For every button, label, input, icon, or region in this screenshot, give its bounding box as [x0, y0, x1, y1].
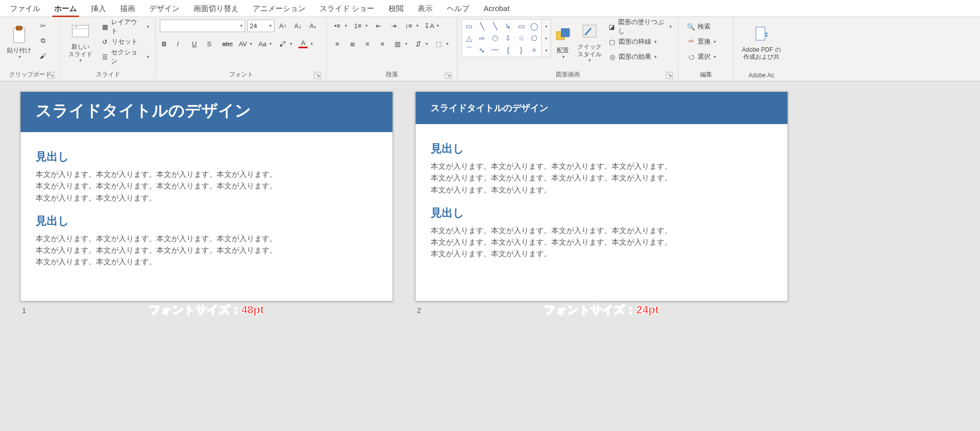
font-name-combo[interactable]: ▾ [160, 20, 245, 32]
clipboard-dialog-launcher[interactable]: ↘ [48, 72, 55, 79]
copy-button[interactable]: ⧉ [36, 34, 49, 47]
shape-hex[interactable]: ⬡ [489, 33, 501, 44]
underline-button[interactable]: U [190, 37, 203, 50]
tab-animations[interactable]: アニメーション [246, 0, 313, 17]
char-spacing-button[interactable]: AV▾ [237, 37, 254, 50]
shadow-button[interactable]: S [205, 37, 218, 50]
smartart-button[interactable]: ⬚▾ [432, 37, 451, 50]
tab-review[interactable]: 校閲 [381, 0, 411, 17]
outdent-icon: ⇤ [374, 21, 383, 30]
shape-more[interactable]: ✧ [528, 45, 540, 56]
shape-fill-button[interactable]: ◪ 図形の塗りつぶし ▾ [606, 20, 674, 33]
arrange-button[interactable]: 配置 ▾ [551, 19, 575, 65]
align-text-button[interactable]: ⇵▾ [412, 37, 430, 50]
reset-button[interactable]: ↺ リセット [99, 35, 151, 48]
shape-arrow[interactable]: ⇨ [476, 33, 488, 44]
reset-icon: ↺ [101, 37, 110, 46]
create-pdf-button[interactable]: Adobe PDF の 作成および共 [738, 19, 785, 65]
shape-arrow-down[interactable]: ⇩ [502, 33, 514, 44]
replace-icon: ᵃᵇ [687, 37, 696, 46]
shape-effects-button[interactable]: ◎ 図形の効果 ▾ [606, 50, 674, 63]
shape-brace-l[interactable]: { [502, 45, 514, 56]
indent-button[interactable]: ⇥ [387, 19, 400, 32]
align-left-button[interactable]: ≡ [331, 37, 344, 50]
text-direction-button[interactable]: ↧A▾ [423, 19, 441, 32]
section-button[interactable]: ☰ セクション ▾ [99, 50, 151, 63]
paste-button[interactable]: 貼り付け ▾ [4, 19, 34, 65]
outdent-button[interactable]: ⇤ [372, 19, 385, 32]
change-case-button[interactable]: Aa▾ [256, 37, 274, 50]
shape-textbox[interactable]: ▭ [463, 21, 475, 32]
shape-star[interactable]: ☆ [515, 33, 527, 44]
new-slide-button[interactable]: ＋ 新しい スライド ▾ [64, 19, 96, 65]
tab-insert[interactable]: 挿入 [84, 0, 113, 17]
chevron-down-icon: ▾ [654, 54, 657, 59]
clear-format-button[interactable]: Aₓ [307, 19, 320, 32]
tab-acrobat[interactable]: Acrobat [476, 0, 517, 17]
font-size-combo[interactable]: 24 ▾ [247, 20, 274, 32]
highlight-button[interactable]: 🖍▾ [276, 37, 295, 50]
font-dialog-launcher[interactable]: ↘ [314, 72, 321, 79]
shape-free[interactable]: 〰 [489, 45, 501, 56]
bold-button[interactable]: B [160, 37, 173, 50]
shape-oval[interactable]: ◯ [528, 21, 540, 32]
scissors-icon: ✂ [38, 21, 47, 30]
columns-button[interactable]: ▥▾ [391, 37, 410, 50]
shape-gallery-scroll[interactable]: ▴ ▾ ▾ [542, 19, 551, 57]
tab-help[interactable]: ヘルプ [440, 0, 476, 17]
shape-callout[interactable]: ⎔ [528, 33, 540, 44]
tab-file[interactable]: ファイル [3, 0, 47, 17]
gallery-more[interactable]: ▾ [542, 44, 550, 57]
slide-2-wrap: スライドタイトルのデザイン 見出し 本文が入ります。本文が入ります。本文が入りま… [415, 91, 788, 301]
slide-1[interactable]: スライドタイトルのデザイン 見出し 本文が入ります。本文が入ります。本文が入りま… [20, 91, 393, 301]
decrease-font-button[interactable]: A↓ [291, 19, 305, 32]
group-label-drawing: 図形描画 ↘ [461, 69, 674, 81]
slide-1-para-1: 本文が入ります。本文が入ります。本文が入ります。本文が入ります。 本文が入ります… [36, 168, 377, 203]
bullets-button[interactable]: •≡▾ [331, 19, 349, 32]
shape-line2[interactable]: ╲ [489, 21, 501, 32]
tab-design[interactable]: デザイン [142, 0, 186, 17]
tab-draw[interactable]: 描画 [113, 0, 142, 17]
shape-gallery[interactable]: ▭ ╲ ╲ ↳ ▭ ◯ △ ⇨ ⬡ ⇩ ☆ ⎔ ⌒ ∿ 〰 { } [461, 19, 542, 57]
slide-2[interactable]: スライドタイトルのデザイン 見出し 本文が入ります。本文が入ります。本文が入りま… [415, 91, 788, 301]
tab-view[interactable]: 表示 [411, 0, 440, 17]
shadow-label: S [207, 40, 212, 48]
shape-line[interactable]: ╲ [476, 21, 488, 32]
shape-triangle[interactable]: △ [463, 33, 475, 44]
shape-rect[interactable]: ▭ [515, 21, 527, 32]
chevron-down-icon: ▾ [345, 23, 347, 28]
font-size-value: 24 [250, 22, 257, 30]
align-right-button[interactable]: ≡ [361, 37, 374, 50]
line-spacing-button[interactable]: ↕≡▾ [402, 19, 421, 32]
numbering-button[interactable]: 1≡▾ [351, 19, 370, 32]
svg-rect-1 [16, 26, 22, 30]
tab-transitions[interactable]: 画面切り替え [186, 0, 246, 17]
paragraph-dialog-launcher[interactable]: ↘ [445, 72, 452, 79]
strike-button[interactable]: abc [220, 37, 235, 50]
select-button[interactable]: ⭯ 選択 ▾ [684, 50, 718, 63]
layout-button[interactable]: ▦ レイアウト ▾ [99, 20, 151, 33]
tab-home[interactable]: ホーム [47, 0, 84, 17]
replace-button[interactable]: ᵃᵇ 置換 ▾ [684, 35, 718, 48]
gallery-down[interactable]: ▾ [542, 32, 550, 45]
gallery-up[interactable]: ▴ [542, 20, 550, 32]
shape-outline-button[interactable]: ▢ 図形の枠線 ▾ [606, 35, 674, 48]
align-vertical-icon: ⇵ [414, 39, 423, 48]
tab-slideshow[interactable]: スライド ショー [313, 0, 381, 17]
format-painter-button[interactable]: 🖌 [36, 49, 49, 62]
cut-button[interactable]: ✂ [36, 19, 49, 32]
align-center-button[interactable]: ≣ [346, 37, 359, 50]
increase-font-button[interactable]: A↑ [276, 19, 289, 32]
find-button[interactable]: 🔍 検索 [684, 20, 718, 33]
shape-curve[interactable]: ∿ [476, 45, 488, 56]
shape-connector[interactable]: ↳ [502, 21, 514, 32]
quick-styles-button[interactable]: クイック スタイル ▾ [575, 19, 604, 65]
chevron-down-icon: ▾ [240, 23, 243, 28]
justify-button[interactable]: ≡ [376, 37, 389, 50]
shape-arc[interactable]: ⌒ [463, 45, 475, 56]
shape-brace-r[interactable]: } [515, 45, 527, 56]
drawing-dialog-launcher[interactable]: ↘ [666, 72, 673, 79]
group-editing: 🔍 検索 ᵃᵇ 置換 ▾ ⭯ 選択 ▾ 編集 [678, 17, 734, 81]
font-color-button[interactable]: A▾ [297, 37, 315, 50]
italic-button[interactable]: I [175, 37, 188, 50]
